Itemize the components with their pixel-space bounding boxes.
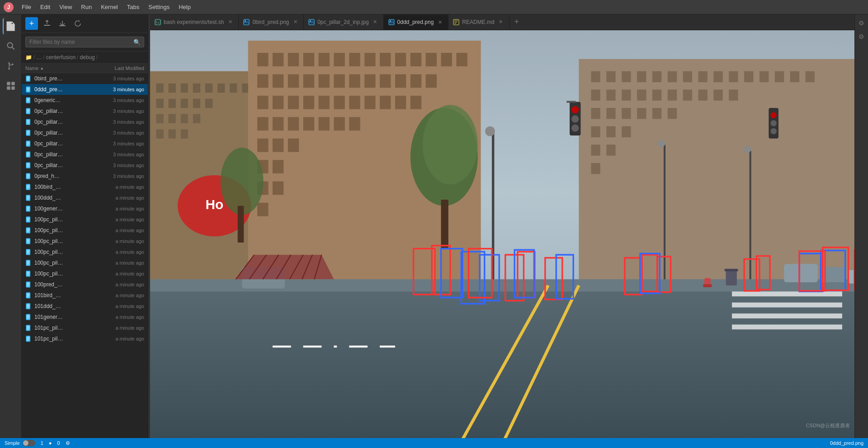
list-item[interactable]: 100ddd_… a minute ago (22, 192, 148, 203)
menu-file[interactable]: File (18, 3, 35, 11)
list-item[interactable]: 101bird_… a minute ago (22, 290, 148, 301)
file-name: 100pc_pil… (34, 249, 99, 255)
tab-close-button[interactable]: ✕ (372, 19, 379, 26)
list-item[interactable]: 0bird_pre… 3 minutes ago (22, 73, 148, 84)
menu-view[interactable]: View (56, 3, 75, 11)
svg-rect-109 (303, 74, 314, 88)
file-icon (25, 292, 33, 299)
activity-search[interactable] (3, 38, 19, 54)
file-time: a minute ago (99, 228, 144, 233)
tab-0bird-pred-png[interactable]: 0bird_pred.png ✕ (239, 14, 304, 30)
svg-rect-107 (273, 74, 283, 88)
svg-rect-128 (410, 96, 421, 109)
list-item[interactable]: 0pc_pillar… 3 minutes ago (22, 160, 148, 171)
list-item[interactable]: 100pc_pil… a minute ago (22, 257, 148, 268)
svg-rect-108 (288, 74, 299, 88)
tab-bash-experiments-test-sh[interactable]: bash experiments/test.sh ✕ (150, 14, 239, 30)
menu-edit[interactable]: Edit (37, 3, 54, 11)
file-name: 0ddd_pre… (34, 86, 99, 93)
file-name: 100pc_pil… (34, 271, 99, 277)
svg-point-198 (571, 125, 579, 132)
sort-name-button[interactable]: Name ▲ (25, 65, 94, 71)
sort-modified-button[interactable]: Last Modified (94, 65, 144, 71)
tab-close-button[interactable]: ✕ (497, 19, 505, 26)
menu-help[interactable]: Help (175, 3, 194, 11)
svg-rect-152 (668, 71, 677, 82)
menu-settings[interactable]: Settings (145, 3, 173, 11)
tab-0pc-pillar-2d-inp-jpg[interactable]: 0pc_pillar_2d_inp.jpg ✕ (304, 14, 383, 30)
list-item[interactable]: 100pc_pil… a minute ago (22, 247, 148, 257)
file-name: 100pc_pil… (34, 260, 99, 266)
file-icon (25, 303, 33, 310)
svg-rect-178 (591, 126, 600, 137)
file-icon (25, 97, 33, 104)
svg-rect-137 (273, 139, 283, 152)
file-name: 101ddd_… (34, 303, 99, 309)
list-item[interactable]: 100bird_… a minute ago (22, 182, 148, 192)
menu-run[interactable]: Run (77, 3, 95, 11)
list-item[interactable]: 101pc_pil… a minute ago (22, 333, 148, 344)
svg-rect-175 (637, 108, 646, 119)
list-item[interactable]: 0pc_pillar… 3 minutes ago (22, 127, 148, 138)
download-button[interactable] (56, 17, 69, 30)
image-viewer: Ho (150, 30, 854, 443)
list-item[interactable]: 0generic… 3 minutes ago (22, 95, 148, 106)
tab-close-button[interactable]: ✕ (226, 19, 234, 26)
add-tab-button[interactable]: + (509, 14, 524, 30)
tab-0ddd-pred-png[interactable]: 0ddd_pred.png ✕ (384, 14, 449, 30)
svg-rect-134 (334, 117, 344, 131)
svg-rect-170 (713, 89, 722, 100)
file-name: 100pc_pil… (34, 216, 99, 223)
svg-rect-8 (11, 86, 15, 90)
file-icon (25, 140, 33, 147)
activity-files[interactable] (3, 18, 19, 34)
list-item[interactable]: 0pc_pillar… 3 minutes ago (22, 117, 148, 127)
refresh-button[interactable] (71, 17, 84, 30)
svg-rect-90 (181, 129, 188, 138)
svg-rect-160 (790, 71, 799, 82)
activity-git[interactable] (3, 58, 19, 74)
file-name: 0pc_pillar… (34, 119, 99, 125)
right-settings-icon[interactable]: ⚙ (857, 18, 867, 28)
list-item[interactable]: 100pc_pil… a minute ago (22, 268, 148, 279)
tab-bar: bash experiments/test.sh ✕ 0bird_pred.pn… (150, 14, 854, 30)
activity-extensions[interactable] (3, 78, 19, 94)
menu-tabs[interactable]: Tabs (123, 3, 143, 11)
list-item[interactable]: 0pred_h… 3 minutes ago (22, 171, 148, 182)
svg-rect-73 (181, 84, 188, 93)
list-item[interactable]: 0pc_pillar… 3 minutes ago (22, 106, 148, 117)
search-input[interactable] (25, 37, 144, 47)
file-time: a minute ago (99, 303, 144, 309)
list-item[interactable]: 100pc_pil… a minute ago (22, 225, 148, 236)
list-item[interactable]: 100pc_pil… a minute ago (22, 236, 148, 247)
list-item[interactable]: 100pc_pil… a minute ago (22, 214, 148, 225)
list-item[interactable]: 0pc_pillar… 3 minutes ago (22, 138, 148, 149)
file-list-header: Name ▲ Last Modified (22, 64, 148, 73)
svg-rect-98 (349, 53, 360, 66)
new-file-button[interactable]: + (25, 17, 38, 30)
svg-rect-147 (591, 71, 600, 82)
svg-rect-75 (205, 84, 212, 93)
list-item[interactable]: 100pred_… a minute ago (22, 279, 148, 290)
list-item[interactable]: 101pc_pil… a minute ago (22, 322, 148, 333)
list-item[interactable]: 0ddd_pre… 3 minutes ago (22, 84, 148, 95)
tab-readme-md[interactable]: README.md ✕ (448, 14, 509, 30)
file-time: 3 minutes ago (99, 87, 144, 92)
svg-rect-97 (334, 53, 344, 66)
tab-label: README.md (462, 19, 494, 25)
list-item[interactable]: 100gener… a minute ago (22, 203, 148, 214)
svg-point-0 (7, 43, 12, 48)
svg-rect-172 (591, 108, 600, 119)
tab-close-button[interactable]: ✕ (436, 19, 443, 26)
right-settings-icon-2[interactable]: ⚙ (857, 32, 867, 42)
file-icon (25, 173, 33, 180)
menu-kernel[interactable]: Kernel (97, 3, 122, 11)
upload-button[interactable] (41, 17, 53, 30)
svg-rect-125 (364, 96, 375, 109)
tab-close-button[interactable]: ✕ (292, 19, 299, 26)
list-item[interactable]: 101gener… a minute ago (22, 312, 148, 322)
file-icon (25, 313, 33, 321)
list-item[interactable]: 101ddd_… a minute ago (22, 301, 148, 312)
list-item[interactable]: 0pc_pillar… 3 minutes ago (22, 149, 148, 160)
svg-point-202 (770, 120, 777, 126)
